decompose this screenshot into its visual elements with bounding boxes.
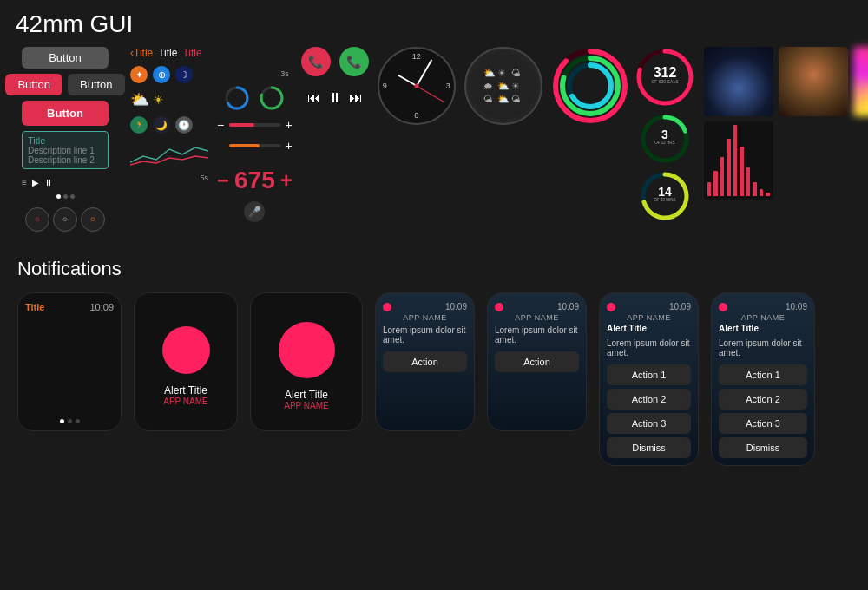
circular-progress-row bbox=[217, 85, 293, 111]
card5-action-button[interactable]: Action bbox=[495, 351, 579, 372]
forward-button[interactable]: ⏭ bbox=[349, 90, 363, 106]
button-4-pink[interactable]: Button bbox=[22, 101, 108, 126]
phone-buttons-row: 📞 📞 bbox=[301, 47, 369, 76]
blurred-images-row bbox=[704, 43, 868, 116]
card5-header: 10:09 bbox=[495, 302, 579, 311]
card2-content: Alert Title APP NAME bbox=[141, 302, 230, 423]
counter-value: 675 bbox=[234, 167, 275, 194]
minus-icon[interactable]: − bbox=[217, 118, 224, 132]
plus-icon-2[interactable]: + bbox=[286, 139, 293, 153]
cloud-icon: ⛅ bbox=[130, 90, 149, 109]
answer-call-button[interactable]: 📞 bbox=[339, 47, 369, 76]
label-title-pink: Title bbox=[182, 47, 201, 59]
card6-action3-button[interactable]: Action 3 bbox=[607, 413, 691, 434]
list-item-desc1: Description line 1 bbox=[28, 146, 102, 155]
card4-app-name: APP NAME bbox=[383, 313, 467, 322]
button-2-red[interactable]: Button bbox=[5, 74, 62, 95]
counter-minus[interactable]: − bbox=[217, 168, 229, 193]
counter-plus[interactable]: + bbox=[280, 168, 293, 193]
phone-column: 📞 📞 ⏮ ⏸ ⏭ bbox=[301, 43, 369, 106]
card5-time: 10:09 bbox=[557, 302, 579, 311]
transport-dots bbox=[56, 194, 75, 199]
second-hand bbox=[417, 86, 445, 103]
card2-app-name: APP NAME bbox=[163, 397, 208, 406]
bar-1 bbox=[707, 182, 712, 196]
card1-title-row: Title 10:09 bbox=[25, 302, 114, 312]
button-3-dark[interactable]: Button bbox=[68, 74, 125, 95]
end-call-button[interactable]: 📞 bbox=[301, 47, 331, 76]
button-1[interactable]: Button bbox=[22, 47, 108, 69]
card7-dot bbox=[719, 303, 727, 311]
notification-card-5: 10:09 APP NAME Lorem ipsum dolor sit ame… bbox=[487, 292, 587, 431]
bar-9 bbox=[760, 189, 764, 196]
analog-clock: 12 3 6 9 bbox=[378, 47, 456, 125]
card4-text: Lorem ipsum dolor sit amet. bbox=[383, 325, 467, 344]
rewind-button[interactable]: ⏮ bbox=[307, 90, 321, 106]
card7-action1-button[interactable]: Action 1 bbox=[719, 364, 807, 385]
circle-progress-1 bbox=[224, 85, 250, 111]
card5-app-name: APP NAME bbox=[495, 313, 579, 322]
red-slider-track[interactable] bbox=[229, 123, 279, 127]
page-title: 42mm GUI bbox=[0, 0, 868, 43]
card4-time: 10:09 bbox=[445, 302, 467, 311]
top-section: Button Button Button Button Title Descri… bbox=[0, 43, 868, 232]
svg-text:312: 312 bbox=[653, 65, 676, 80]
minute-hand bbox=[416, 59, 432, 86]
bar-2 bbox=[713, 171, 718, 196]
card5-dot bbox=[495, 303, 503, 311]
card2-alert-title: Alert Title bbox=[164, 384, 207, 397]
card4-action-button[interactable]: Action bbox=[383, 351, 467, 372]
list-item-title: Title bbox=[28, 135, 102, 146]
notifications-title: Notifications bbox=[17, 258, 851, 280]
card1-title: Title bbox=[25, 302, 44, 312]
timer-label-3s: 3s bbox=[217, 69, 293, 78]
minutes-ring: 14 OF 30 MINS bbox=[635, 170, 695, 222]
card7-app-name: APP NAME bbox=[719, 313, 807, 322]
microphone-icon[interactable]: 🎤 bbox=[244, 201, 265, 222]
orange-icon: ✦ bbox=[130, 66, 148, 83]
colorful-blur-image bbox=[853, 47, 868, 116]
pause-button[interactable]: ⏸ bbox=[328, 90, 342, 106]
bar-7 bbox=[746, 167, 751, 196]
card6-action2-button[interactable]: Action 2 bbox=[607, 389, 691, 410]
card6-alert-title: Alert Title bbox=[607, 324, 691, 333]
activity-rings-column: 312 OF 600 CALS 3 OF 12 HRS 14 OF 30 MIN… bbox=[551, 43, 695, 222]
clock-icon: 🕐 bbox=[175, 116, 193, 134]
title-label-row: ‹Title Title Title bbox=[130, 47, 208, 59]
card4-dot bbox=[383, 303, 391, 311]
card7-header: 10:09 bbox=[719, 302, 807, 311]
card7-alert-title: Alert Title bbox=[719, 324, 807, 333]
card2-pink-dot bbox=[162, 326, 210, 374]
icon-row-2: 🏃 🌙 🕐 bbox=[130, 116, 208, 134]
label-title-white: Title bbox=[158, 47, 177, 59]
transport-controls: ≡ ▶ ⏸ bbox=[22, 178, 108, 187]
moon2-icon: 🌙 bbox=[153, 116, 170, 134]
card7-action3-button[interactable]: Action 3 bbox=[719, 413, 807, 434]
watch-faces-row: ⊙ ⊙ ⊙ bbox=[25, 207, 105, 232]
card3-pink-dot bbox=[279, 322, 335, 378]
card6-dismiss-button[interactable]: Dismiss bbox=[607, 437, 691, 458]
card6-text: Lorem ipsum dolor sit amet. bbox=[607, 338, 691, 357]
dot-active bbox=[60, 419, 64, 423]
labels-column: ‹Title Title Title ✦ ⊕ ☽ ⛅ ☀ 🏃 🌙 🕐 5s bbox=[130, 43, 208, 182]
hours-ring: 3 OF 12 HRS bbox=[635, 113, 695, 165]
card6-header: 10:09 bbox=[607, 302, 691, 311]
bar-4 bbox=[727, 139, 731, 196]
dot-1 bbox=[68, 419, 72, 423]
calories-ring: 312 OF 600 CALS bbox=[635, 47, 695, 108]
notification-card-6: 10:09 APP NAME Alert Title Lorem ipsum d… bbox=[599, 292, 699, 466]
list-item-desc2: Description line 2 bbox=[28, 155, 102, 165]
notifications-row: Title 10:09 Alert Title APP NAME Alert T… bbox=[17, 292, 851, 466]
red-slider-fill bbox=[229, 123, 254, 127]
card7-dismiss-button[interactable]: Dismiss bbox=[719, 437, 807, 458]
bar-8 bbox=[753, 182, 757, 196]
orange-slider-track[interactable] bbox=[229, 144, 279, 148]
moon-icon: ☽ bbox=[175, 66, 193, 83]
sliders-column: 3s − + − + bbox=[217, 43, 293, 222]
card6-time: 10:09 bbox=[669, 302, 691, 311]
card4-header: 10:09 bbox=[383, 302, 467, 311]
card7-action2-button[interactable]: Action 2 bbox=[719, 389, 807, 410]
plus-icon[interactable]: + bbox=[286, 118, 293, 132]
orange-slider-fill bbox=[229, 144, 260, 148]
card6-action1-button[interactable]: Action 1 bbox=[607, 364, 691, 385]
